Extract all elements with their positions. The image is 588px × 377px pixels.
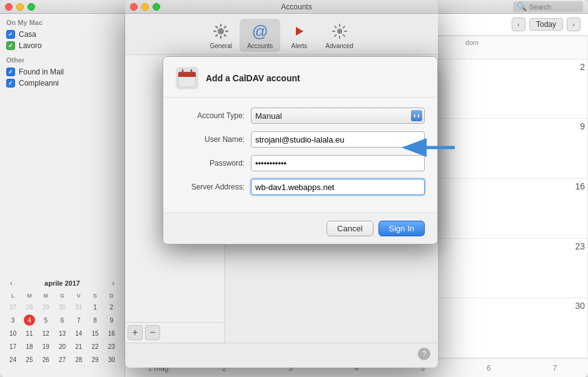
accounts-max-btn[interactable]	[153, 3, 160, 11]
mini-day[interactable]: 5	[40, 314, 51, 326]
mini-day[interactable]: 13	[56, 328, 68, 339]
maximize-button[interactable]	[28, 3, 35, 11]
password-input[interactable]	[251, 155, 425, 171]
username-label: User Name:	[176, 135, 251, 144]
toolbar-accounts-label: Accounts	[247, 43, 273, 49]
prev-button[interactable]: ‹	[512, 18, 525, 31]
mini-day[interactable]: 19	[40, 341, 51, 352]
checkbox-casa[interactable]	[6, 30, 15, 39]
sidebar-item-lavoro[interactable]: Lavoro	[0, 40, 124, 51]
mini-day[interactable]: 8	[89, 314, 101, 326]
search-input[interactable]	[529, 3, 579, 11]
mini-day[interactable]: 27	[8, 301, 19, 313]
svg-line-7	[224, 26, 226, 29]
mini-calendar: ‹ aprile 2017 › L M M G V S D 27	[0, 273, 124, 371]
minimize-button[interactable]	[16, 3, 24, 11]
mini-day-header-6: D	[104, 291, 119, 300]
account-type-select-wrapper: Manual	[251, 108, 425, 124]
server-input[interactable]	[251, 179, 425, 195]
accounts-toolbar: General @ Accounts Alerts	[125, 14, 438, 55]
mini-day[interactable]: 25	[24, 354, 35, 365]
mini-day[interactable]: 1	[89, 301, 101, 313]
search-icon: 🔍	[517, 2, 527, 11]
mini-day[interactable]: 28	[24, 301, 35, 313]
mini-day[interactable]: 3	[8, 314, 19, 326]
sidebar-label-casa: Casa	[19, 30, 36, 39]
mini-day[interactable]: 7	[73, 314, 84, 326]
mini-day[interactable]: 24	[8, 354, 19, 365]
sidebar-item-compleanni[interactable]: Compleanni	[0, 78, 124, 89]
caldav-form: Account Type: Manual User Name: Password…	[163, 98, 437, 213]
sidebar-item-casa[interactable]: Casa	[0, 29, 124, 40]
mini-cal-prev[interactable]: ‹	[8, 278, 15, 289]
mini-day-header-0: L	[5, 291, 21, 300]
mini-day[interactable]: 2	[106, 301, 117, 313]
checkbox-lavoro[interactable]	[6, 41, 15, 50]
toolbar-advanced[interactable]: Advanced	[318, 19, 360, 52]
mini-day[interactable]: 29	[40, 301, 51, 313]
mini-day[interactable]: 10	[8, 328, 19, 339]
mini-day-header-4: V	[71, 291, 86, 300]
today-button[interactable]: Today	[529, 18, 563, 31]
mini-day[interactable]: 17	[8, 341, 19, 352]
sidebar-item-found-in-mail[interactable]: Found in Mail	[0, 66, 124, 78]
accounts-close-btn[interactable]	[130, 3, 138, 11]
mini-day[interactable]: 20	[56, 341, 68, 352]
checkbox-compleanni[interactable]	[6, 79, 15, 88]
mini-day[interactable]: 26	[40, 354, 51, 365]
toolbar-alerts[interactable]: Alerts	[280, 19, 318, 52]
username-input[interactable]	[251, 131, 425, 148]
mini-day[interactable]: 11	[24, 328, 35, 339]
toolbar-general[interactable]: General	[202, 19, 240, 52]
toolbar-accounts[interactable]: @ Accounts	[240, 19, 280, 52]
sidebar-label-found-in-mail: Found in Mail	[19, 68, 64, 76]
remove-account-button[interactable]: −	[145, 325, 160, 340]
accounts-traffic-lights	[130, 3, 160, 11]
toolbar-advanced-label: Advanced	[325, 43, 353, 49]
bottom-date-6: 6	[456, 359, 522, 377]
mini-day[interactable]: 22	[89, 341, 101, 352]
gear-icon	[211, 21, 231, 41]
accounts-title: Accounts	[160, 3, 433, 11]
mini-day[interactable]: 14	[73, 328, 84, 339]
mini-day[interactable]: 18	[24, 341, 35, 352]
cancel-button[interactable]: Cancel	[327, 221, 373, 236]
mini-day[interactable]: 15	[89, 328, 101, 339]
checkbox-found-in-mail[interactable]	[6, 68, 15, 76]
svg-line-6	[224, 34, 226, 37]
other-label: Other	[0, 51, 124, 66]
mini-day[interactable]: 6	[56, 314, 68, 326]
mini-day[interactable]: 29	[89, 354, 101, 365]
on-my-mac-label: On My Mac	[0, 14, 124, 29]
accounts-min-btn[interactable]	[141, 3, 149, 11]
mini-day[interactable]: 9	[106, 314, 117, 326]
svg-line-5	[216, 26, 218, 29]
mini-day[interactable]: 23	[106, 341, 117, 352]
mini-day[interactable]: 30	[106, 354, 117, 365]
password-row: Password:	[176, 155, 425, 171]
mini-day[interactable]: 30	[56, 301, 68, 313]
add-account-button[interactable]: +	[128, 325, 143, 340]
search-box[interactable]: 🔍	[513, 1, 583, 12]
at-sign-icon: @	[250, 21, 270, 41]
toolbar-alerts-label: Alerts	[291, 43, 308, 49]
sidebar: On My Mac Casa Lavoro Other Found in Mai…	[0, 14, 125, 377]
mini-cal-next[interactable]: ›	[109, 278, 117, 289]
mini-day[interactable]: 31	[73, 301, 84, 313]
mini-day[interactable]: 21	[73, 341, 84, 352]
mini-day[interactable]: 28	[73, 354, 84, 365]
mini-day[interactable]: 16	[106, 328, 117, 339]
svg-point-10	[337, 29, 342, 34]
svg-marker-9	[296, 27, 303, 36]
mini-day[interactable]: 27	[56, 354, 68, 365]
username-row: User Name:	[176, 131, 425, 148]
mini-day[interactable]: 12	[40, 328, 51, 339]
next-button[interactable]: ›	[567, 18, 580, 31]
signin-button[interactable]: Sign In	[378, 221, 425, 236]
account-type-label: Account Type:	[176, 111, 251, 120]
account-type-select[interactable]: Manual	[251, 108, 425, 124]
help-button[interactable]: ?	[418, 348, 430, 360]
mini-day-today[interactable]: 4	[24, 314, 35, 326]
close-button[interactable]	[5, 3, 13, 11]
server-row: Server Address:	[176, 179, 425, 195]
